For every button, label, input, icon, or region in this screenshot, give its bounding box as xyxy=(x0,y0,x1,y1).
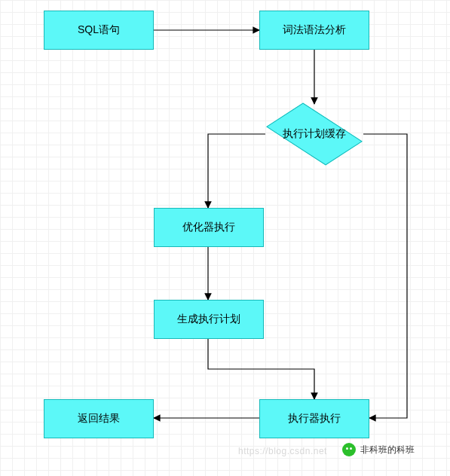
node-result-label: 返回结果 xyxy=(78,412,120,426)
node-sql: SQL语句 xyxy=(44,11,154,50)
watermark-url-text: https://blog.csdn.net xyxy=(238,446,327,456)
edge-cache-optimize xyxy=(208,134,265,208)
node-cache: 执行计划缓存 xyxy=(265,104,363,164)
node-optimize: 优化器执行 xyxy=(154,208,264,247)
node-execute: 执行器执行 xyxy=(259,399,369,438)
wechat-icon xyxy=(342,443,356,456)
watermark-url: https://blog.csdn.net xyxy=(238,446,327,456)
diagram-canvas: SQL语句 词法语法分析 执行计划缓存 优化器执行 生成执行计划 执行器执行 返… xyxy=(0,0,450,476)
node-genplan: 生成执行计划 xyxy=(154,300,264,339)
node-sql-label: SQL语句 xyxy=(78,23,120,37)
edge-cache-execute xyxy=(363,134,407,418)
node-optimize-label: 优化器执行 xyxy=(182,221,235,234)
node-execute-label: 执行器执行 xyxy=(288,412,341,426)
edge-genplan-execute xyxy=(208,339,314,399)
node-genplan-label: 生成执行计划 xyxy=(177,313,240,326)
footer-brand-text: 非科班的科班 xyxy=(360,444,415,456)
footer-brand: 非科班的科班 xyxy=(342,443,415,456)
node-cache-label: 执行计划缓存 xyxy=(283,127,346,141)
node-result: 返回结果 xyxy=(44,399,154,438)
node-lexer: 词法语法分析 xyxy=(259,11,369,50)
node-lexer-label: 词法语法分析 xyxy=(283,23,346,37)
